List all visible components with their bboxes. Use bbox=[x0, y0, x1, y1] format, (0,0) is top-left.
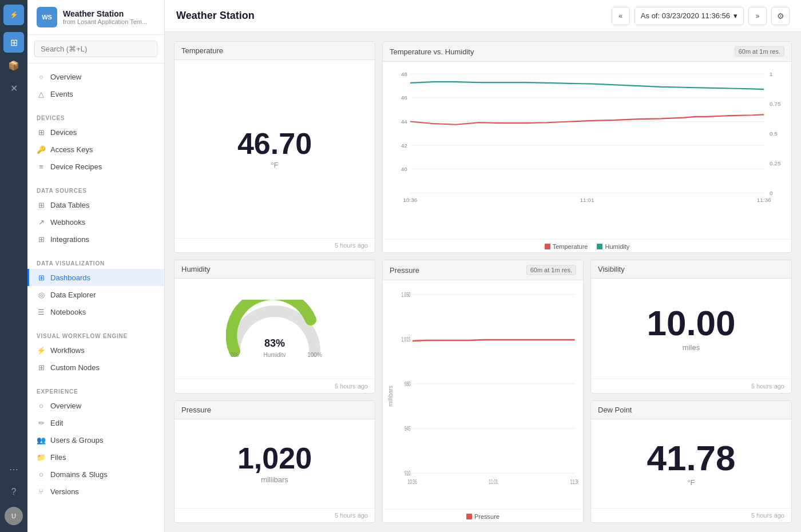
section-general: ○ Overview △ Events bbox=[27, 63, 164, 107]
temperature-unit: °F bbox=[271, 161, 278, 169]
nav-icon-grid[interactable]: ⊞ bbox=[3, 32, 24, 53]
nav-icon-nodes[interactable]: ✕ bbox=[3, 78, 24, 98]
sidebar-item-integrations[interactable]: ⊞ Integrations bbox=[27, 231, 164, 248]
nav-next-button[interactable]: » bbox=[748, 7, 767, 25]
section-label-data-sources: DATA SOURCES bbox=[27, 184, 164, 196]
sidebar-item-exp-overview[interactable]: ○ Overview bbox=[27, 397, 164, 414]
svg-text:83%: 83% bbox=[264, 338, 285, 349]
section-workflow: VISUAL WORKFLOW ENGINE ⚡ Workflows ⊞ Cus… bbox=[27, 325, 164, 380]
svg-text:Humidity: Humidity bbox=[264, 352, 286, 357]
pressure-widget-body: 1,020 millibars bbox=[175, 419, 375, 508]
section-devices: DEVICES ⊞ Devices 🔑 Access Keys ≡ Device… bbox=[27, 107, 164, 180]
temperature-widget-title: Temperature bbox=[181, 46, 223, 55]
topbar-controls: « As of: 03/23/2020 11:36:56 ▾ » ⚙ bbox=[612, 7, 790, 25]
sidebar-item-label: Access Keys bbox=[50, 145, 93, 154]
sidebar-item-workflows[interactable]: ⚡ Workflows bbox=[27, 342, 164, 359]
dew-point-widget-title: Dew Point bbox=[598, 406, 632, 414]
svg-text:10:36: 10:36 bbox=[408, 479, 417, 486]
legend-temperature-dot bbox=[545, 244, 550, 249]
sidebar-item-edit[interactable]: ✏ Edit bbox=[27, 414, 164, 431]
notebooks-icon: ☰ bbox=[37, 307, 46, 316]
app-logo[interactable]: ⚡ bbox=[3, 5, 24, 25]
svg-text:11:01: 11:01 bbox=[489, 479, 498, 486]
sidebar-item-label: Domains & Slugs bbox=[50, 470, 108, 479]
svg-text:980: 980 bbox=[405, 381, 411, 388]
sidebar-item-events[interactable]: △ Events bbox=[27, 85, 164, 102]
pressure-chart-legend: Pressure bbox=[383, 509, 583, 522]
webhooks-icon: ↗ bbox=[37, 217, 46, 227]
tvh-chart-area: 48 46 44 42 40 1 0.75 0.5 0.25 0 10:36 1… bbox=[383, 62, 791, 239]
pressure-chart-widget: Pressure 60m at 1m res. millibars 1,050 … bbox=[382, 260, 584, 523]
sidebar-header: WS Weather Station from Losant Applicati… bbox=[27, 0, 164, 35]
sidebar-item-domains-slugs[interactable]: ○ Domains & Slugs bbox=[27, 466, 164, 483]
nav-prev-button[interactable]: « bbox=[612, 7, 630, 25]
sidebar-item-data-tables[interactable]: ⊞ Data Tables bbox=[27, 196, 164, 213]
temperature-widget-body: 46.70 °F bbox=[175, 60, 375, 238]
sidebar-item-label: Device Recipes bbox=[50, 162, 102, 171]
user-avatar[interactable]: U bbox=[5, 507, 23, 525]
pressure-chart-area: millibars 1,050 1,015 980 945 910 bbox=[383, 280, 583, 509]
sidebar-item-notebooks[interactable]: ☰ Notebooks bbox=[27, 303, 164, 320]
sidebar-item-label: Custom Nodes bbox=[50, 363, 100, 372]
data-tables-icon: ⊞ bbox=[37, 200, 46, 209]
svg-text:1,050: 1,050 bbox=[402, 292, 411, 299]
versions-icon: ⑂ bbox=[37, 487, 46, 496]
pressure-widget: Pressure 1,020 millibars 5 hours ago bbox=[174, 400, 375, 523]
sidebar-item-custom-nodes[interactable]: ⊞ Custom Nodes bbox=[27, 359, 164, 376]
sidebar-item-label: Notebooks bbox=[50, 308, 86, 316]
legend-temperature-label: Temperature bbox=[553, 243, 588, 250]
pressure-chart-title: Pressure bbox=[390, 266, 419, 275]
sidebar-item-label: Files bbox=[50, 453, 66, 462]
sidebar-item-label: Users & Groups bbox=[50, 436, 103, 444]
sidebar-item-label: Versions bbox=[50, 487, 79, 496]
legend-pressure-dot bbox=[466, 514, 472, 519]
dashboards-icon: ⊞ bbox=[37, 273, 46, 282]
sidebar-item-versions[interactable]: ⑂ Versions bbox=[27, 483, 164, 500]
sidebar-item-device-recipes[interactable]: ≡ Device Recipes bbox=[27, 158, 164, 175]
main-content: Weather Station « As of: 03/23/2020 11:3… bbox=[165, 0, 801, 532]
svg-text:44: 44 bbox=[401, 120, 407, 125]
svg-text:42: 42 bbox=[401, 143, 407, 148]
humidity-widget-title: Humidity bbox=[181, 265, 211, 273]
legend-temperature: Temperature bbox=[545, 243, 588, 250]
device-recipes-icon: ≡ bbox=[37, 162, 46, 171]
visibility-value: 10.00 bbox=[647, 305, 735, 341]
sidebar-item-label: Edit bbox=[50, 419, 63, 427]
pressure-chart-header: Pressure 60m at 1m res. bbox=[383, 260, 583, 280]
legend-humidity-dot bbox=[597, 244, 602, 249]
nav-icon-help[interactable]: ? bbox=[3, 482, 24, 502]
svg-text:11:36: 11:36 bbox=[757, 198, 771, 203]
svg-text:40: 40 bbox=[401, 167, 407, 172]
sidebar-item-access-keys[interactable]: 🔑 Access Keys bbox=[27, 141, 164, 158]
pressure-svg: 1,050 1,015 980 945 910 10:36 11:01 11:3… bbox=[396, 283, 578, 509]
section-label-experience: EXPERIENCE bbox=[27, 385, 164, 397]
humidity-widget-body: 83% 0% 100% Humidity bbox=[175, 279, 375, 378]
temperature-line bbox=[410, 114, 764, 124]
data-explorer-icon: ◎ bbox=[37, 290, 46, 299]
users-groups-icon: 👥 bbox=[37, 435, 46, 444]
settings-button[interactable]: ⚙ bbox=[771, 7, 790, 25]
nav-icon-network[interactable]: ⋯ bbox=[3, 459, 24, 479]
sidebar-item-dashboards[interactable]: ⊞ Dashboards bbox=[27, 269, 164, 286]
svg-text:0.5: 0.5 bbox=[770, 131, 778, 136]
sidebar-item-users-groups[interactable]: 👥 Users & Groups bbox=[27, 431, 164, 448]
search-input[interactable] bbox=[34, 41, 157, 57]
sidebar-item-files[interactable]: 📁 Files bbox=[27, 448, 164, 466]
sidebar-item-overview[interactable]: ○ Overview bbox=[27, 68, 164, 85]
tvh-chart-legend: Temperature Humidity bbox=[383, 239, 791, 252]
date-selector[interactable]: As of: 03/23/2020 11:36:56 ▾ bbox=[635, 7, 744, 25]
sidebar-item-data-explorer[interactable]: ◎ Data Explorer bbox=[27, 286, 164, 303]
tvh-widget-badge: 60m at 1m res. bbox=[735, 46, 784, 57]
dew-point-widget-body: 41.78 °F bbox=[591, 419, 791, 508]
date-label: As of: 03/23/2020 11:36:56 bbox=[641, 11, 730, 20]
section-label-workflow: VISUAL WORKFLOW ENGINE bbox=[27, 329, 164, 342]
sidebar-item-webhooks[interactable]: ↗ Webhooks bbox=[27, 213, 164, 231]
overview-icon: ○ bbox=[37, 72, 46, 81]
sidebar-item-devices[interactable]: ⊞ Devices bbox=[27, 124, 164, 141]
temperature-widget-header: Temperature bbox=[175, 42, 375, 60]
tvh-svg: 48 46 44 42 40 1 0.75 0.5 0.25 0 10:36 1… bbox=[387, 64, 787, 213]
svg-text:11:36: 11:36 bbox=[570, 479, 578, 486]
workspace-avatar: WS bbox=[37, 7, 57, 27]
page-title: Weather Station bbox=[176, 10, 602, 22]
nav-icon-box[interactable]: 📦 bbox=[3, 55, 24, 76]
